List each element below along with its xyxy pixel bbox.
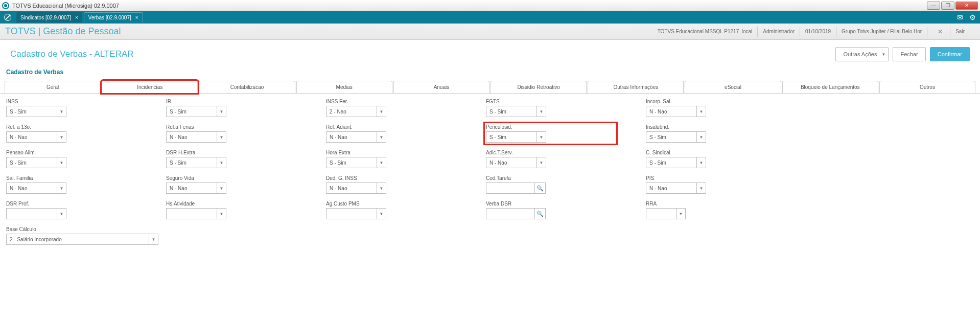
chevron-down-icon[interactable]: ▼ <box>57 157 66 168</box>
close-tab-icon[interactable]: × <box>135 15 138 20</box>
field-dsr-prof: DSR Prof. ▼ <box>6 201 135 219</box>
chevron-down-icon[interactable]: ▼ <box>537 131 546 143</box>
chevron-down-icon[interactable]: ▼ <box>377 131 386 143</box>
chevron-down-icon[interactable]: ▼ <box>697 106 706 117</box>
chevron-down-icon[interactable]: ▼ <box>377 106 386 117</box>
tab-contabilizacao[interactable]: Contabilizacao <box>199 81 295 93</box>
tab-esocial[interactable]: eSocial <box>685 81 781 93</box>
chevron-down-icon[interactable]: ▼ <box>217 157 226 168</box>
dsr-hextra-select[interactable]: S - Sim <box>166 157 217 168</box>
field-dsr-hextra: DSR H.Extra S - Sim ▼ <box>166 150 295 168</box>
chevron-down-icon[interactable]: ▼ <box>697 157 706 168</box>
app-icon <box>2 2 9 9</box>
insalubrid-select[interactable]: S - Sim <box>646 131 697 143</box>
chevron-down-icon[interactable]: ▼ <box>57 106 66 117</box>
chevron-down-icon[interactable]: ▼ <box>149 234 158 245</box>
field-label: Ref.a Ferias <box>166 124 295 130</box>
field-label: Periculosid. <box>486 124 615 130</box>
base-calculo-select[interactable]: 2 - Salário Incorporado <box>6 234 149 245</box>
app-tab-sindicatos[interactable]: Sindicatos [02.9.0007] × <box>16 12 82 22</box>
field-adic-tserv: Adic.T.Serv. N - Nao ▼ <box>486 150 615 168</box>
title-bar: TOTVS Educacional (Microsiga) 02.9.0007 … <box>0 0 980 11</box>
chevron-down-icon[interactable]: ▼ <box>697 131 706 143</box>
tab-incidencias[interactable]: Incidencias <box>102 81 198 93</box>
close-window-button[interactable]: ✕ <box>955 2 978 10</box>
seguro-vida-select[interactable]: N - Nao <box>166 182 217 194</box>
inss-select[interactable]: S - Sim <box>6 106 57 117</box>
chevron-down-icon[interactable]: ▼ <box>377 157 386 168</box>
chevron-down-icon[interactable]: ▼ <box>57 131 66 143</box>
pis-select[interactable]: N - Nao <box>646 182 697 194</box>
c-sindical-select[interactable]: S - Sim <box>646 157 697 168</box>
rra-select[interactable] <box>646 208 676 219</box>
hora-extra-select[interactable]: S - Sim <box>326 157 377 168</box>
ref-13o-select[interactable]: N - Nao <box>6 131 57 143</box>
incorp-sal-select[interactable]: N - Nao <box>646 106 697 117</box>
hs-atividade-select[interactable] <box>166 208 217 219</box>
close-button[interactable]: Fechar <box>893 47 925 61</box>
tab-outras-info[interactable]: Outras Informações <box>588 81 684 93</box>
chevron-down-icon[interactable]: ▼ <box>537 106 546 117</box>
field-cod-tarefa: Cod.Tarefa 🔍 <box>486 175 615 194</box>
chevron-down-icon[interactable]: ▼ <box>217 182 226 194</box>
tab-bloqueio[interactable]: Bloqueio de Lançamentos <box>782 81 878 93</box>
chevron-down-icon[interactable]: ▼ <box>676 208 686 219</box>
exit-button[interactable]: ✕ Sair <box>927 27 975 37</box>
field-label: Base Cálculo <box>6 226 158 232</box>
cod-tarefa-input[interactable] <box>486 182 535 194</box>
chevron-down-icon[interactable]: ▼ <box>57 182 66 194</box>
field-insalubrid: Insalubrid. S - Sim ▼ <box>646 124 775 143</box>
header-bar: TOTVS | Gestão de Pessoal TOTVS Educacio… <box>0 24 980 40</box>
chevron-down-icon[interactable]: ▼ <box>217 131 226 143</box>
page-title: Cadastro de Verbas - ALTERAR <box>10 49 134 59</box>
field-ref-ferias: Ref.a Ferias N - Nao ▼ <box>166 124 295 143</box>
field-label: Cod.Tarefa <box>486 175 615 181</box>
confirm-button[interactable]: Confirmar <box>930 47 970 61</box>
ref-ferias-select[interactable]: N - Nao <box>166 131 217 143</box>
date-label: 01/10/2019 <box>800 27 836 37</box>
window-title: TOTVS Educacional (Microsiga) 02.9.0007 <box>12 3 927 9</box>
ir-select[interactable]: S - Sim <box>166 106 217 117</box>
ag-custo-pms-select[interactable] <box>326 208 377 219</box>
ref-adiant-select[interactable]: N - Nao <box>326 131 377 143</box>
other-actions-button[interactable]: Outras Ações <box>835 47 889 61</box>
chevron-down-icon[interactable]: ▼ <box>217 106 226 117</box>
nav-back-icon[interactable] <box>4 14 11 21</box>
adic-tserv-select[interactable]: N - Nao <box>486 157 537 168</box>
close-icon: ✕ <box>932 27 948 37</box>
chevron-down-icon[interactable]: ▼ <box>377 208 386 219</box>
field-incorp-sal: Incorp. Sal. N - Nao ▼ <box>646 99 775 117</box>
close-tab-icon[interactable]: × <box>75 15 78 20</box>
chevron-down-icon[interactable]: ▼ <box>537 157 546 168</box>
dsr-prof-select[interactable] <box>6 208 57 219</box>
field-hora-extra: Hora Extra S - Sim ▼ <box>326 150 455 168</box>
form-tabs: Geral Incidencias Contabilizacao Medias … <box>0 81 980 94</box>
search-icon[interactable]: 🔍 <box>534 208 546 219</box>
ded-g-inss-select[interactable]: N - Nao <box>326 182 377 194</box>
chevron-down-icon[interactable]: ▼ <box>377 182 386 194</box>
mail-icon[interactable]: ✉ <box>957 13 963 21</box>
field-label: C. Sindical <box>646 150 775 155</box>
chevron-down-icon[interactable]: ▼ <box>217 208 226 219</box>
sal-familia-select[interactable]: N - Nao <box>6 182 57 194</box>
verba-dsr-input[interactable] <box>486 208 535 219</box>
fgts-select[interactable]: S - Sim <box>486 106 537 117</box>
periculosid-select[interactable]: S - Sim <box>486 131 537 143</box>
tab-medias[interactable]: Medias <box>296 81 392 93</box>
tab-anuais[interactable]: Anuais <box>393 81 489 93</box>
settings-icon[interactable]: ⚙ <box>969 13 976 21</box>
field-label: INSS Fer. <box>326 99 455 104</box>
tab-geral[interactable]: Geral <box>5 81 101 93</box>
search-icon[interactable]: 🔍 <box>534 182 546 194</box>
minimize-button[interactable]: — <box>927 2 940 10</box>
pensao-alim-select[interactable]: S - Sim <box>6 157 57 168</box>
chevron-down-icon[interactable]: ▼ <box>697 182 706 194</box>
field-label: Pensao Alim. <box>6 150 135 155</box>
chevron-down-icon[interactable]: ▼ <box>57 208 66 219</box>
maximize-button[interactable]: ❐ <box>941 2 954 10</box>
tab-outros[interactable]: Outros <box>879 81 975 93</box>
inss-fer-select[interactable]: 2 - Nao <box>326 106 377 117</box>
tab-dissidio[interactable]: Dissidio Retroativo <box>491 81 587 93</box>
field-fgts: FGTS S - Sim ▼ <box>486 99 615 117</box>
app-tab-verbas[interactable]: Verbas [02.9.0007] × <box>84 12 143 22</box>
